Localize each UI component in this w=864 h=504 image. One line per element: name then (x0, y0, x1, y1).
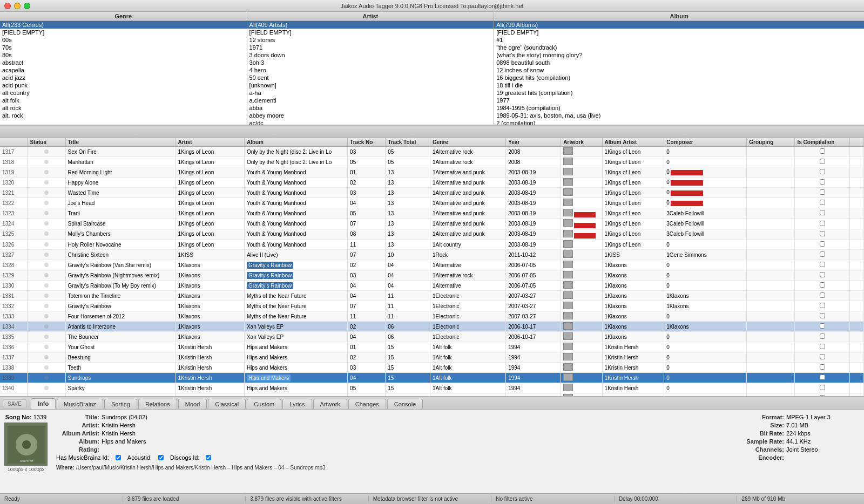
cell-genre[interactable]: 1Rock (430, 250, 506, 260)
cell-composer[interactable]: 0 (664, 352, 747, 363)
cell-grouping[interactable] (747, 188, 795, 198)
cell-artist[interactable]: 1Kristin Hersh (176, 352, 244, 363)
cell-tracktotal[interactable]: 13 (386, 178, 430, 188)
list-item[interactable]: 19 greatest hits (compilation) (494, 89, 864, 97)
table-row[interactable]: 1322 Joe's Head 1Kings of Leon Youth & Y… (0, 198, 864, 208)
cell-title[interactable]: Sex On Fire (65, 147, 176, 157)
cell-iscomp[interactable] (795, 167, 850, 178)
cell-year[interactable]: 2007-03-27 (506, 301, 561, 311)
cell-album[interactable]: Gravity's Rainbow (244, 270, 347, 281)
table-row[interactable]: 1337 Beestung 1Kristin Hersh Hips and Ma… (0, 352, 864, 363)
table-row[interactable]: 1321 Wasted Time 1Kings of Leon Youth & … (0, 188, 864, 198)
cell-genre[interactable]: 1Alternative and punk (430, 219, 506, 229)
cell-albumartist[interactable]: 1Kings of Leon (602, 157, 664, 167)
cell-title[interactable]: Atlantis to Interzone (65, 322, 176, 332)
cell-genre[interactable]: 1Alt country (430, 240, 506, 250)
cell-iscomp[interactable] (795, 147, 850, 157)
acoustid-checkbox[interactable] (158, 455, 164, 460)
cell-trackno[interactable]: 07 (348, 301, 386, 311)
col-header-year[interactable]: Year (506, 138, 561, 147)
cell-iscomp[interactable] (795, 342, 850, 352)
discogs-checkbox[interactable] (206, 455, 211, 460)
cell-genre[interactable]: 1Alternative rock (430, 157, 506, 167)
cell-grouping[interactable] (747, 270, 795, 281)
cell-artist[interactable]: 1Kings of Leon (176, 167, 244, 178)
cell-year[interactable]: 2006-10-17 (506, 332, 561, 342)
cell-tracktotal[interactable]: 11 (386, 301, 430, 311)
cell-composer[interactable]: 0 (664, 383, 747, 393)
cell-tracktotal[interactable]: 04 (386, 270, 430, 281)
cell-grouping[interactable] (747, 208, 795, 219)
col-header-grouping[interactable]: Grouping (747, 138, 795, 147)
cell-trackno[interactable]: 04 (348, 291, 386, 301)
cell-tracktotal[interactable]: 15 (386, 363, 430, 373)
cell-genre[interactable]: 1Alternative and punk (430, 198, 506, 208)
cell-albumartist[interactable]: 1Kristin Hersh (602, 352, 664, 363)
cell-grouping[interactable] (747, 178, 795, 188)
cell-year[interactable]: 2008 (506, 157, 561, 167)
cell-composer[interactable]: 3Caleb Followill (664, 229, 747, 239)
list-item[interactable]: 4 hero (247, 66, 494, 74)
cell-year[interactable]: 1994 (506, 383, 561, 393)
cell-album[interactable]: Youth & Young Manhood (244, 198, 347, 208)
album-selected[interactable]: All(799 Albums) (494, 21, 864, 29)
tab-classical[interactable]: Classical (208, 399, 246, 409)
cell-composer[interactable]: 0 (664, 147, 747, 157)
cell-album[interactable]: Xan Valleys EP (244, 332, 347, 342)
cell-albumartist[interactable]: 1Klaxons (602, 260, 664, 270)
col-header-album[interactable]: Album (244, 138, 347, 147)
cell-iscomp[interactable] (795, 270, 850, 281)
cell-title[interactable]: Sundrops (65, 373, 176, 383)
table-row[interactable]: 1333 Four Horsemen of 2012 1Klaxons Myth… (0, 311, 864, 322)
cell-title[interactable]: Molly's Chambers (65, 229, 176, 239)
list-item[interactable]: 3oh!3 (247, 59, 494, 66)
track-table-container[interactable]: Status Title Artist Album Track No Track… (0, 138, 864, 396)
cell-album[interactable]: Hips and Makers (244, 383, 347, 393)
cell-genre[interactable]: 1Alt folk (430, 342, 506, 352)
cell-composer[interactable]: 0 (664, 188, 747, 198)
cell-title[interactable]: The Bouncer (65, 332, 176, 342)
cell-albumartist[interactable]: 1Kings of Leon (602, 240, 664, 250)
cell-albumartist[interactable]: 1Kings of Leon (602, 147, 664, 157)
cell-tracktotal[interactable]: 06 (386, 322, 430, 332)
cell-title[interactable]: Happy Alone (65, 178, 176, 188)
cell-title[interactable]: Holy Roller Novocaine (65, 240, 176, 250)
cell-artist[interactable]: 1Kings of Leon (176, 229, 244, 239)
cell-trackno[interactable]: 04 (348, 332, 386, 342)
table-row[interactable]: 1339 Sundrops 1Kristin Hersh Hips and Ma… (0, 373, 864, 383)
cell-albumartist[interactable]: 1Kristin Hersh (602, 342, 664, 352)
cell-composer[interactable]: 0 (664, 373, 747, 383)
cell-albumartist[interactable]: 1Kings of Leon (602, 178, 664, 188)
cell-genre[interactable]: 1Alternative and punk (430, 208, 506, 219)
tab-console[interactable]: Console (387, 399, 423, 409)
cell-title[interactable]: Teeth (65, 363, 176, 373)
cell-year[interactable]: 2003-08-19 (506, 188, 561, 198)
cell-trackno[interactable]: 04 (348, 373, 386, 383)
cell-grouping[interactable] (747, 352, 795, 363)
cell-tracktotal[interactable]: 06 (386, 332, 430, 342)
cell-title[interactable]: Trani (65, 208, 176, 219)
cell-year[interactable]: 2008 (506, 147, 561, 157)
table-row[interactable]: 1336 Your Ghost 1Kristin Hersh Hips and … (0, 342, 864, 352)
table-row[interactable]: 1317 Sex On Fire 1Kings of Leon Only by … (0, 147, 864, 157)
tab-info[interactable]: Info (31, 398, 56, 409)
cell-composer[interactable]: 0 (664, 157, 747, 167)
musicbrainz-checkbox[interactable] (116, 455, 121, 460)
cell-tracktotal[interactable]: 05 (386, 157, 430, 167)
cell-artist[interactable]: 1Klaxons (176, 322, 244, 332)
artist-selected[interactable]: All(409 Artists) (247, 21, 494, 29)
list-item[interactable]: 00s (0, 36, 247, 44)
table-row[interactable]: 1319 Red Morning Light 1Kings of Leon Yo… (0, 167, 864, 178)
cell-genre[interactable]: 1Alternative rock (430, 147, 506, 157)
cell-albumartist[interactable]: 1Kristin Hersh (602, 363, 664, 373)
cell-genre[interactable]: 1Alt folk (430, 383, 506, 393)
cell-trackno[interactable]: 03 (348, 147, 386, 157)
col-header-tracktotal[interactable]: Track Total (386, 138, 430, 147)
cell-grouping[interactable] (747, 291, 795, 301)
cell-genre[interactable]: 1Electronic (430, 332, 506, 342)
genre-list[interactable]: All(233 Genres) [FIELD EMPTY] 00s 70s 80… (0, 21, 247, 125)
cell-title[interactable]: Wasted Time (65, 188, 176, 198)
cell-year[interactable]: 2003-08-19 (506, 240, 561, 250)
cell-year[interactable]: 2003-08-19 (506, 178, 561, 188)
cell-grouping[interactable] (747, 198, 795, 208)
